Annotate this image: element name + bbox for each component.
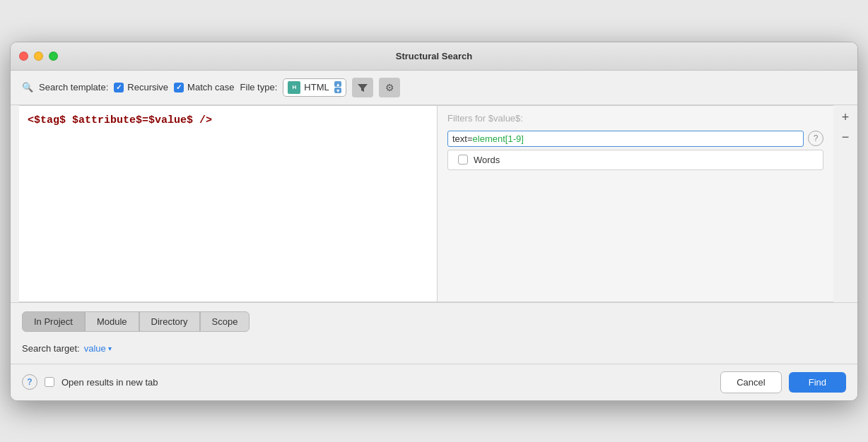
svg-marker-0	[358, 84, 368, 92]
file-type-label: File type:	[240, 82, 278, 92]
scope-module[interactable]: Module	[85, 311, 139, 332]
close-button[interactable]	[19, 52, 28, 61]
gear-button[interactable]: ⚙	[379, 78, 400, 97]
cancel-button[interactable]: Cancel	[720, 371, 781, 393]
recursive-label: Recursive	[127, 82, 168, 92]
title-bar: Structural Search	[11, 42, 857, 71]
spinner-up[interactable]: ▲	[334, 81, 341, 87]
spinner-down[interactable]: ▼	[334, 88, 341, 93]
scope-scope[interactable]: Scope	[200, 311, 250, 332]
recursive-checkbox[interactable]	[114, 83, 124, 92]
filter-input[interactable]: text= element[1-9]	[447, 131, 804, 147]
traffic-lights	[19, 52, 58, 61]
help-circle-icon: ?	[27, 377, 32, 387]
search-target-value: value	[84, 343, 106, 354]
filter-static-text: text=	[452, 133, 473, 144]
words-label: Words	[474, 155, 500, 165]
open-results-label: Open results in new tab	[61, 377, 158, 388]
add-filter-button[interactable]: +	[838, 109, 853, 125]
minimize-button[interactable]	[34, 52, 43, 61]
words-checkbox[interactable]	[458, 155, 468, 165]
filter-row: text= element[1-9] ?	[438, 128, 833, 150]
search-target-label: Search target:	[22, 343, 80, 354]
code-template-text: <$tag$ $attribute$=$value$ />	[28, 114, 212, 126]
right-side-buttons: + −	[833, 105, 857, 302]
gear-icon: ⚙	[385, 82, 394, 93]
match-case-checkbox[interactable]	[174, 83, 184, 92]
recursive-group: Recursive	[114, 82, 168, 92]
dropdown-arrow-icon: ▾	[108, 345, 112, 352]
code-template-panel[interactable]: <$tag$ $attribute$=$value$ />	[19, 105, 438, 302]
scope-directory[interactable]: Directory	[139, 311, 200, 332]
maximize-button[interactable]	[49, 52, 58, 61]
match-case-group: Match case	[174, 82, 234, 92]
help-icon: ?	[814, 133, 819, 143]
filter-help-button[interactable]: ?	[808, 131, 823, 146]
filter-value-text: element[1-9]	[473, 133, 524, 144]
words-row: Words	[447, 150, 823, 170]
scope-in-project[interactable]: In Project	[22, 311, 85, 332]
help-button[interactable]: ?	[22, 374, 37, 390]
html-file-icon: H	[288, 81, 300, 94]
search-template-label: Search template:	[39, 82, 108, 92]
file-type-value: HTML	[304, 82, 331, 92]
remove-filter-button[interactable]: −	[838, 129, 853, 145]
main-content: <$tag$ $attribute$=$value$ /> Filters fo…	[11, 105, 857, 303]
bottom-bar: ? Open results in new tab Cancel Find	[11, 364, 857, 400]
window-title: Structural Search	[396, 51, 472, 61]
find-button[interactable]: Find	[789, 372, 846, 393]
right-panel-body: Filters for $value$: text= element[1-9] …	[438, 106, 833, 301]
structural-search-window: Structural Search 🔍 Search template: Rec…	[10, 42, 858, 401]
file-type-spinner[interactable]: ▲ ▼	[334, 81, 341, 93]
search-target-dropdown[interactable]: value ▾	[84, 343, 112, 354]
filters-header: Filters for $value$:	[438, 106, 833, 128]
search-icon: 🔍	[22, 82, 33, 93]
scope-bar: In Project Module Directory Scope	[11, 303, 857, 340]
filter-icon	[358, 83, 368, 92]
file-type-selector[interactable]: H HTML ▲ ▼	[283, 78, 346, 97]
toolbar: 🔍 Search template: Recursive Match case …	[11, 71, 857, 105]
right-panel: Filters for $value$: text= element[1-9] …	[438, 105, 833, 302]
filter-button[interactable]	[352, 78, 373, 97]
match-case-label: Match case	[187, 82, 234, 92]
search-target-row: Search target: value ▾	[11, 340, 857, 364]
open-results-checkbox[interactable]	[45, 377, 54, 387]
right-wrapper: Filters for $value$: text= element[1-9] …	[438, 105, 857, 302]
